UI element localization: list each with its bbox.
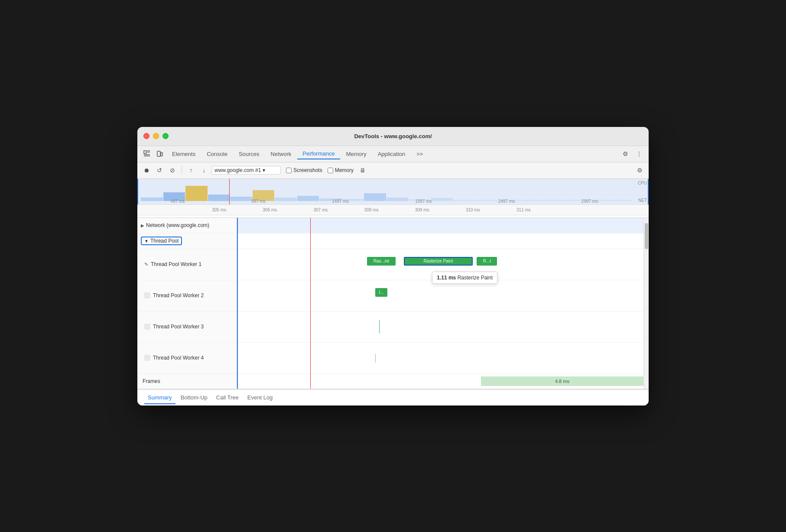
- overview-area: CPU NET: [137, 179, 649, 218]
- pencil-icon-1: ✎: [144, 262, 148, 267]
- task-rasterize-paint[interactable]: Rasterize Paint: [404, 257, 473, 266]
- tab-performance[interactable]: Performance: [297, 149, 340, 159]
- tab-console[interactable]: Console: [201, 149, 233, 159]
- network-expand-arrow[interactable]: ▶: [141, 223, 144, 228]
- worker1-text: Thread Pool Worker 1: [151, 261, 201, 267]
- frames-content: 4.8 ms: [237, 374, 643, 389]
- timeline-content[interactable]: Ras...int Rasterize Paint R...t 1.11 ms …: [237, 218, 643, 389]
- devtools-window: DevTools - www.google.com/ Elements Cons…: [137, 127, 649, 405]
- frames-bar: 4.8 ms: [481, 376, 643, 386]
- tab-sources[interactable]: Sources: [234, 149, 265, 159]
- tooltip-label: Rasterize Paint: [458, 275, 493, 281]
- performance-toolbar: ⏺ ↺ ⊘ ↑ ↓ www.google.com #1 ▾ Screenshot…: [137, 162, 649, 179]
- task-rt-label: R...t: [483, 259, 491, 263]
- worker1-label: ✎ Thread Pool Worker 1: [137, 249, 237, 280]
- worker1-content[interactable]: Ras...int Rasterize Paint R...t 1.11 ms …: [237, 249, 643, 280]
- worker2-text: Thread Pool Worker 2: [153, 292, 204, 298]
- worker3-icon: [144, 324, 150, 330]
- close-button[interactable]: [143, 133, 149, 139]
- ruler-tick-4: 308 ms: [364, 208, 379, 212]
- track-labels: ▶ Network (www.google.com) ▼ Thread Pool…: [137, 218, 237, 389]
- worker2-content[interactable]: I...: [237, 280, 643, 311]
- network-track-content: [237, 218, 643, 234]
- memory-checkbox[interactable]: [328, 168, 333, 173]
- vertical-scrollbar[interactable]: [643, 218, 649, 389]
- playhead-line: [229, 179, 230, 204]
- tab-memory[interactable]: Memory: [341, 149, 372, 159]
- tab-bar-right: ⚙ ⋮: [619, 148, 645, 160]
- worker3-content[interactable]: [237, 311, 643, 343]
- window-title: DevTools - www.google.com/: [354, 133, 432, 139]
- task-rt[interactable]: R...t: [477, 257, 497, 266]
- ruler-tick-5: 309 ms: [415, 208, 429, 212]
- minimize-button[interactable]: [153, 133, 159, 139]
- svg-rect-6: [161, 152, 162, 156]
- tab-elements[interactable]: Elements: [167, 149, 201, 159]
- network-track-label: ▶ Network (www.google.com): [137, 218, 237, 234]
- profile-select-text: www.google.com #1: [214, 167, 261, 173]
- ruler-tick-6: 310 ms: [466, 208, 480, 212]
- title-bar: DevTools - www.google.com/: [137, 127, 649, 146]
- tab-network[interactable]: Network: [266, 149, 297, 159]
- inspect-icon[interactable]: [141, 148, 153, 160]
- frames-value: 4.8 ms: [555, 379, 569, 384]
- ruler-tick-2: 306 ms: [263, 208, 277, 212]
- thread-pool-outline[interactable]: ▼ Thread Pool: [141, 237, 182, 245]
- thread-pool-header-label: ▼ Thread Pool: [137, 234, 237, 249]
- task-worker4-thin[interactable]: [375, 354, 376, 363]
- reload-record-icon[interactable]: ↺: [154, 165, 165, 176]
- memory-label: Memory: [335, 167, 354, 173]
- tab-bottom-up[interactable]: Bottom-Up: [177, 392, 211, 404]
- worker4-content[interactable]: [237, 343, 643, 374]
- scrollbar-thumb[interactable]: [645, 223, 648, 249]
- bottom-tabs: Summary Bottom-Up Call Tree Event Log: [137, 389, 649, 405]
- clear-icon[interactable]: ⊘: [167, 165, 178, 176]
- record-icon[interactable]: ⏺: [141, 165, 152, 176]
- device-toolbar-icon[interactable]: [154, 148, 166, 160]
- tab-call-tree[interactable]: Call Tree: [213, 392, 242, 404]
- settings-icon[interactable]: ⚙: [619, 148, 631, 160]
- toolbar-settings-icon[interactable]: ⚙: [634, 165, 645, 176]
- task-ras-int-label: Ras...int: [374, 259, 390, 263]
- capture-settings-icon[interactable]: 🖥: [357, 165, 368, 176]
- frames-label: Frames: [137, 374, 237, 389]
- task-worker3-thin[interactable]: [379, 320, 380, 333]
- task-worker2[interactable]: I...: [375, 288, 387, 297]
- screenshots-label: Screenshots: [293, 167, 322, 173]
- tab-application[interactable]: Application: [373, 149, 411, 159]
- traffic-lights: [143, 133, 169, 139]
- worker4-icon: [144, 355, 150, 361]
- detail-ruler: 305 ms 306 ms 307 ms 308 ms 309 ms 310 m…: [137, 205, 649, 215]
- task-worker2-label: I...: [379, 290, 383, 295]
- thread-pool-header-content: [237, 234, 643, 249]
- thread-pool-label: Thread Pool: [150, 238, 179, 244]
- worker4-text: Thread Pool Worker 4: [153, 355, 204, 361]
- timeline-main: ▶ Network (www.google.com) ▼ Thread Pool…: [137, 218, 649, 389]
- worker3-text: Thread Pool Worker 3: [153, 324, 204, 330]
- task-rasterize-label: Rasterize Paint: [423, 259, 453, 263]
- frames-text: Frames: [143, 378, 160, 384]
- upload-icon[interactable]: ↑: [185, 165, 197, 176]
- tab-more[interactable]: >>: [411, 149, 428, 159]
- ruler-tick-1: 305 ms: [212, 208, 226, 212]
- memory-checkbox-group: Memory: [328, 167, 354, 173]
- download-icon[interactable]: ↓: [198, 165, 210, 176]
- tab-event-log[interactable]: Event Log: [244, 392, 276, 404]
- worker2-label: Thread Pool Worker 2: [137, 280, 237, 311]
- ruler-tick-7: 311 ms: [516, 208, 531, 212]
- profile-select[interactable]: www.google.com #1 ▾: [211, 166, 281, 175]
- screenshots-checkbox-group: Screenshots: [286, 167, 322, 173]
- worker2-icon: [144, 292, 150, 298]
- maximize-button[interactable]: [162, 133, 169, 139]
- svg-rect-0: [144, 151, 146, 153]
- task-ras-int[interactable]: Ras...int: [367, 257, 396, 266]
- devtools-tab-bar: Elements Console Sources Network Perform…: [137, 146, 649, 162]
- screenshots-checkbox[interactable]: [286, 168, 292, 173]
- overview-timeline[interactable]: CPU NET: [137, 179, 649, 205]
- network-label: Network (www.google.com): [146, 222, 209, 228]
- ruler-tick-3: 307 ms: [313, 208, 328, 212]
- more-options-icon[interactable]: ⋮: [633, 148, 645, 160]
- tab-summary[interactable]: Summary: [144, 392, 175, 404]
- timeline-selection-left: [237, 218, 238, 389]
- toolbar-separator-1: [182, 166, 182, 175]
